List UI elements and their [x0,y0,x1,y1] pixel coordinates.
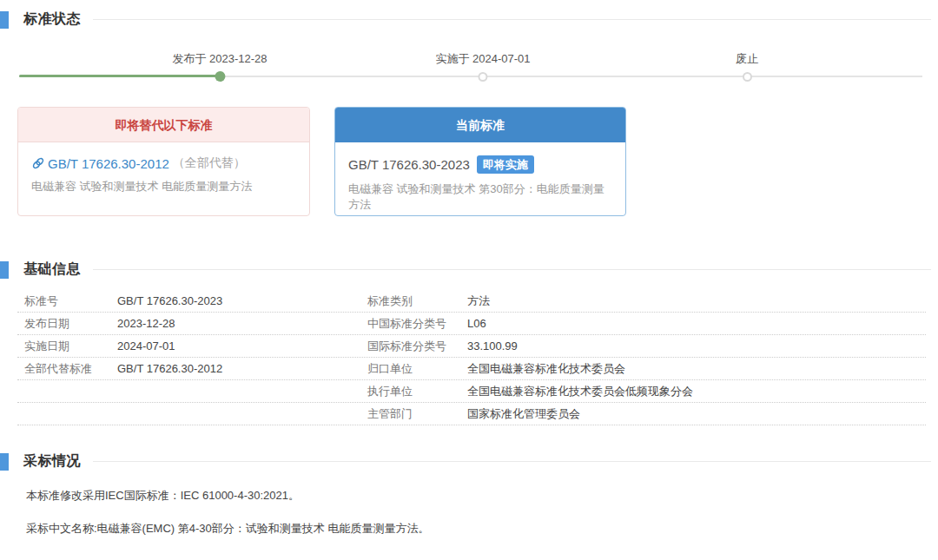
table-row: 实施日期 2024-07-01 国际标准分类号 33.100.99 [17,335,926,358]
standard-status-timeline: 发布于 2023-12-28 实施于 2024-07-01 废止 [0,48,938,91]
org-link[interactable]: 国家标准化管理委员会 [467,406,926,422]
timeline-step-label: 实施于 2024-07-01 [435,52,530,66]
replaced-standard-link[interactable]: GB/T 17626.30-2012 [48,156,169,171]
section-divider [93,269,931,270]
row-label: 标准号 [24,293,117,309]
link-icon [31,156,45,170]
org-link[interactable]: 全国电磁兼容标准化技术委员会低频现象分会 [467,384,926,399]
adoption-statement: 本标准修改采用IEC国际标准：IEC 61000-4-30:2021。 [26,488,300,504]
org-link[interactable]: 全国电磁兼容标准化技术委员会 [467,361,926,377]
status-section-title: 标准状态 [23,10,81,29]
timeline-step-abolished: 废止 [736,52,758,82]
row-value: GB/T 17626.30-2012 [117,362,367,375]
row-label: 国际标准分类号 [367,339,467,354]
status-section-header: 标准状态 [0,10,931,29]
row-label: 中国标准分类号 [367,316,467,332]
replaced-standard-description: 电磁兼容 试验和测量技术 电能质量测量方法 [31,179,296,194]
row-label: 实施日期 [24,339,117,354]
row-value: 33.100.99 [467,339,926,352]
row-value: 方法 [467,293,926,309]
current-standard-number: GB/T 17626.30-2023 [348,157,470,172]
row-label: 全部代替标准 [24,361,117,377]
section-accent-bar [0,11,9,29]
row-value: 2023-12-28 [117,317,367,330]
table-row: 发布日期 2023-12-28 中国标准分类号 L06 [17,313,926,335]
row-label: 归口单位 [367,361,467,377]
adoption-section-header: 采标情况 [0,452,931,471]
current-standard-description: 电磁兼容 试验和测量技术 第30部分：电能质量测量方法 [348,181,612,213]
section-accent-bar [0,261,9,279]
row-value: GB/T 17626.30-2023 [117,294,367,307]
basic-info-table: 标准号 GB/T 17626.30-2023 标准类别 方法 发布日期 2023… [17,290,926,425]
basic-info-section-header: 基础信息 [0,260,931,279]
row-label: 主管部门 [367,406,467,422]
table-row: 标准号 GB/T 17626.30-2023 标准类别 方法 [17,290,926,313]
status-badge: 即将实施 [477,155,534,174]
timeline-dot-hollow [743,72,752,82]
replace-note: （全部代替） [173,155,246,171]
section-accent-bar [0,453,9,471]
table-row: 执行单位 全国电磁兼容标准化技术委员会低频现象分会 [17,380,926,403]
row-label: 执行单位 [367,384,467,399]
replaced-card-header: 即将替代以下标准 [18,108,309,142]
basic-info-section-title: 基础信息 [23,260,81,279]
timeline-dot-filled [215,71,225,82]
timeline-step-label: 废止 [736,52,758,66]
row-label: 标准类别 [367,293,467,309]
adoption-section-title: 采标情况 [23,452,81,471]
timeline-dot-hollow [479,72,488,82]
timeline-step-implemented: 实施于 2024-07-01 [435,52,530,82]
section-divider [93,461,931,462]
adoption-chinese-name: 采标中文名称:电磁兼容(EMC) 第4-30部分：试验和测量技术 电能质量测量方… [26,521,429,537]
row-value: L06 [467,317,926,330]
timeline-step-published: 发布于 2023-12-28 [172,52,267,82]
row-value: 2024-07-01 [117,339,367,352]
table-row: 主管部门 国家标准化管理委员会 [17,403,926,425]
section-divider [93,19,931,20]
row-label: 发布日期 [24,316,117,332]
replaced-standard-card: 即将替代以下标准 GB/T 17626.30-2012 （全部代替） 电磁兼容 … [17,107,310,216]
current-standard-card: 当前标准 GB/T 17626.30-2023 即将实施 电磁兼容 试验和测量技… [334,107,626,216]
table-row: 全部代替标准 GB/T 17626.30-2012 归口单位 全国电磁兼容标准化… [17,358,926,380]
current-card-header: 当前标准 [335,108,625,142]
timeline-step-label: 发布于 2023-12-28 [172,52,267,66]
